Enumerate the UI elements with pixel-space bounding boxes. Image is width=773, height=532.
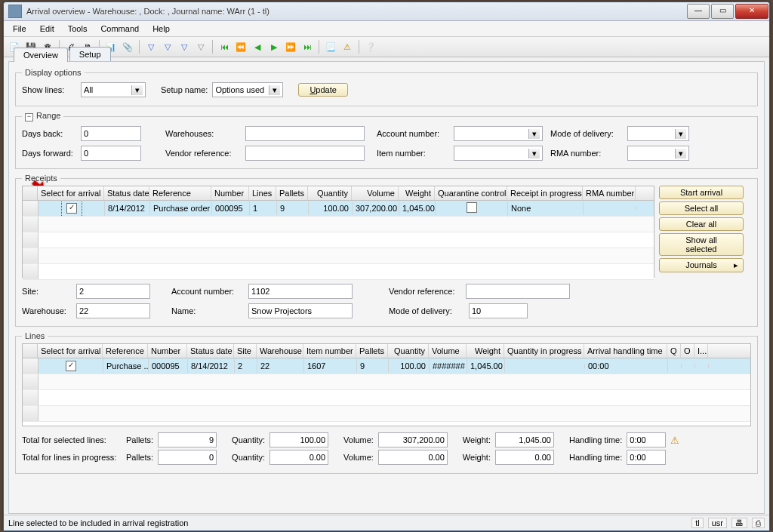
col-weight[interactable]: Weight [399,186,435,200]
lcol-number[interactable]: Number [148,344,187,358]
tb-filter3-icon[interactable]: ▽ [177,39,192,54]
lcol-warehouse[interactable]: Warehouse [257,344,303,358]
setup-name-combo[interactable]: Options used▾ [212,82,283,97]
tb-alert-icon[interactable]: ⚠ [340,39,355,54]
col-rma[interactable]: RMA number [583,186,636,200]
show-selected-button[interactable]: Show all selected [659,233,744,256]
detail-name-label: Name: [171,306,244,315]
menu-file[interactable]: File [7,23,32,35]
detail-name-field[interactable] [248,303,353,318]
col-quarantine[interactable]: Quarantine control [435,186,507,200]
tb-prevpage-icon[interactable]: ⏪ [233,39,248,54]
minimize-button[interactable]: — [687,4,710,19]
receipts-legend: Receipts [22,174,60,183]
days-forward-label: Days forward: [22,149,76,158]
col-select[interactable]: Select for arrival [38,186,104,200]
lines-legend: Lines [22,331,48,340]
receipts-actions: Start arrival Select all Clear all Show … [659,186,751,275]
lines-grid[interactable]: Select for arrival Reference Number Stat… [22,343,751,426]
mode-combo[interactable]: ▾ [627,126,689,141]
menu-tools[interactable]: Tools [62,23,94,35]
col-statusdate[interactable]: Status date [104,186,149,200]
menu-edit[interactable]: Edit [34,23,60,35]
rma-combo[interactable]: ▾ [627,146,689,161]
status-help-icon[interactable]: ⎙ [752,518,765,528]
app-window: Arrival overview - Warehouse: , Dock: , … [3,2,770,531]
lcol-select[interactable]: Select for arrival [38,344,103,358]
col-lines[interactable]: Lines [249,186,276,200]
status-msg: Line selected to be included in arrival … [8,518,188,527]
tab-setup[interactable]: Setup [69,47,111,61]
select-checkbox[interactable] [66,203,77,214]
lines-row[interactable]: Purchase ... 000095 8/14/2012 2 22 1607 … [23,358,750,374]
prog-pallets [158,450,217,465]
tab-overview[interactable]: Overview [14,48,68,62]
days-back-input[interactable] [81,126,141,141]
lcol-qip[interactable]: Quantity in progress [504,344,584,358]
detail-mode-field[interactable] [469,303,528,318]
tb-funnel-icon[interactable]: ▽ [193,39,208,54]
menu-help[interactable]: Help [146,23,176,35]
lcol-pallets[interactable]: Pallets [356,344,388,358]
site-field[interactable] [76,284,150,299]
days-forward-input[interactable] [81,146,141,161]
range-group: −Range Days back: Warehouses: Account nu… [15,111,758,169]
setup-name-label: Setup name: [161,85,208,94]
display-options-legend: Display options [22,68,85,77]
lcol-q[interactable]: Q [667,344,681,358]
tb-attach-icon[interactable]: 📎 [120,39,135,54]
status-print-icon[interactable]: 🖶 [731,518,747,528]
lcol-handling[interactable]: Arrival handling time [584,344,667,358]
col-rip[interactable]: Receipt in progress [507,186,583,200]
update-button[interactable]: UUpdatepdate [298,83,347,97]
tb-help-icon[interactable]: ❔ [363,39,378,54]
lcol-weight[interactable]: Weight [467,344,504,358]
lcol-volume[interactable]: Volume [429,344,467,358]
receipts-grid[interactable]: Select for arrival Status date Reference… [22,186,654,278]
warehouses-input[interactable] [245,126,365,141]
start-arrival-button[interactable]: Start arrival [659,186,744,199]
col-number[interactable]: Number [211,186,249,200]
site-label: Site: [22,287,72,296]
item-combo[interactable]: ▾ [454,146,543,161]
tb-prev-icon[interactable]: ◀ [250,39,265,54]
menu-command[interactable]: Command [94,23,145,35]
line-select-checkbox[interactable] [66,361,76,371]
col-volume[interactable]: Volume [352,186,399,200]
detail-account-field[interactable] [248,284,353,299]
maximize-button[interactable]: ▭ [711,4,734,19]
detail-vendorref-field[interactable] [466,284,570,299]
chevron-down-icon: ▾ [675,149,686,158]
tb-first-icon[interactable]: ⏮ [217,39,232,54]
prog-volume [378,450,448,465]
tb-filter1-icon[interactable]: ▽ [143,39,159,54]
tb-nextpage-icon[interactable]: ⏩ [283,39,298,54]
days-back-label: Days back: [22,129,76,138]
warehouse-field[interactable] [76,303,150,318]
account-combo[interactable]: ▾ [454,126,543,141]
col-reference[interactable]: Reference [149,186,211,200]
select-all-button[interactable]: Select all [659,201,744,215]
tb-doc-icon[interactable]: 📃 [323,39,338,54]
lcol-reference[interactable]: Reference [103,344,148,358]
status-user: usr [708,518,727,528]
receipts-row[interactable]: 8/14/2012 Purchase order 000095 1 9 100.… [23,201,654,217]
col-quantity[interactable]: Quantity [308,186,352,200]
lcol-o[interactable]: O [681,344,694,358]
tb-filter2-icon[interactable]: ▽ [160,39,175,54]
tb-next-icon[interactable]: ▶ [266,39,282,54]
collapse-icon[interactable]: − [25,113,33,121]
journals-button[interactable]: Journals [659,258,744,272]
lcol-quantity[interactable]: Quantity [388,344,429,358]
col-pallets[interactable]: Pallets [276,186,308,200]
quarantine-checkbox[interactable] [467,202,477,213]
lcol-site[interactable]: Site [234,344,257,358]
lcol-i[interactable]: I... [694,344,708,358]
clear-all-button[interactable]: Clear all [659,217,744,231]
tb-last-icon[interactable]: ⏭ [300,39,315,54]
close-button[interactable]: ✕ [735,4,768,19]
vendor-ref-input[interactable] [245,146,365,161]
lcol-statusdate[interactable]: Status date [187,344,234,358]
lcol-item[interactable]: Item number [303,344,356,358]
show-lines-combo[interactable]: All▾ [81,82,146,97]
